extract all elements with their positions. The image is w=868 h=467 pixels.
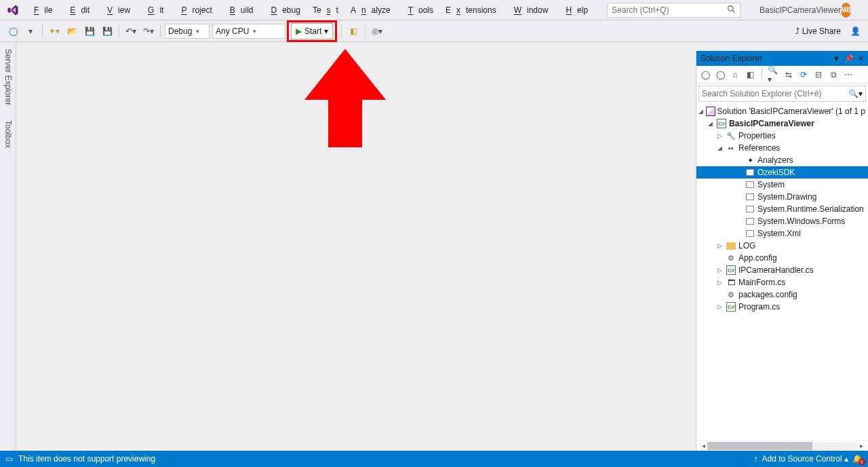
quick-search-input[interactable]	[612, 5, 727, 15]
main-menu: File Edit View Git Project Build Debug T…	[23, 3, 593, 18]
tree-system-runtime[interactable]: System.Runtime.Serialization	[696, 203, 868, 215]
se-sync-button[interactable]: ⇆	[783, 69, 795, 81]
tree-system-xml[interactable]: System.Xml	[696, 227, 868, 240]
se-showall-button[interactable]: ⧉	[827, 69, 840, 81]
add-source-control-button[interactable]: Add to Source Control ▴	[762, 454, 848, 464]
solution-search-input[interactable]	[702, 89, 831, 98]
dll-icon	[745, 228, 755, 239]
configuration-combo[interactable]: Debug▾	[165, 24, 210, 39]
open-button[interactable]: 📂	[64, 23, 80, 39]
toolbar-btn-ext2[interactable]: ◎▾	[369, 23, 385, 39]
solution-explorer-toolbar: ◯ ◯ ⌂ ◧ 🔍▾ ⇆ ⟳ ⊟ ⧉ ⋯	[696, 66, 868, 83]
search-icon[interactable]: 🔍▾	[848, 89, 863, 98]
menu-test[interactable]: Test	[307, 3, 344, 18]
project-title: BasicIPCameraViewer	[760, 5, 841, 15]
analyzer-icon: ✦	[745, 155, 755, 166]
svg-line-1	[732, 10, 734, 12]
editor-area	[16, 42, 696, 451]
menu-analyze[interactable]: Analyze	[345, 3, 396, 18]
menu-extensions[interactable]: Extensions	[440, 3, 502, 18]
pin-icon[interactable]: 📌	[844, 54, 854, 63]
search-icon[interactable]	[727, 5, 736, 16]
menu-project[interactable]: Project	[170, 3, 217, 18]
tree-ipcamerahandler[interactable]: ▷C# IPCameraHandler.cs	[696, 264, 868, 276]
menu-git[interactable]: Git	[137, 3, 169, 18]
folder-icon	[726, 240, 736, 251]
menu-debug[interactable]: Debug	[260, 3, 306, 18]
platform-combo[interactable]: Any CPU▾	[212, 24, 285, 39]
panel-dropdown-icon[interactable]: ▼	[833, 54, 840, 63]
left-side-tabs: Server Explorer Toolbox	[0, 42, 16, 451]
dll-icon	[745, 216, 755, 227]
menu-build[interactable]: Build	[219, 3, 259, 18]
solution-explorer-panel: Solution Explorer ▼ 📌 ✕ ◯ ◯ ⌂ ◧ 🔍▾ ⇆ ⟳ ⊟…	[696, 51, 868, 451]
config-icon: ⚙	[726, 253, 736, 263]
start-debug-button[interactable]: ▶ Start ▾	[291, 23, 333, 39]
tree-project[interactable]: ◢C# BasicIPCameraViewer	[696, 117, 868, 130]
menu-view[interactable]: View	[96, 3, 136, 18]
dll-icon	[745, 204, 755, 214]
menu-edit[interactable]: Edit	[59, 3, 95, 18]
toolbar-btn-ext1[interactable]: ◧	[345, 23, 361, 39]
notifications-button[interactable]: 🔔6	[852, 454, 863, 464]
se-fwd-button[interactable]: ◯	[714, 69, 726, 81]
tree-references[interactable]: ◢▪▪ References	[696, 142, 868, 154]
status-icon: ▭	[5, 454, 13, 464]
se-more-button[interactable]: ⋯	[842, 69, 854, 81]
tree-program[interactable]: ▷C# Program.cs	[696, 301, 868, 313]
dll-icon	[745, 191, 755, 202]
feedback-button[interactable]: 👤	[847, 23, 863, 39]
notification-count: 6	[859, 459, 865, 465]
window-controls	[862, 1, 868, 20]
config-icon: ⚙	[726, 289, 736, 300]
se-refresh-button[interactable]: ⟳	[797, 69, 810, 81]
quick-search[interactable]	[607, 3, 741, 18]
redo-button[interactable]: ↷▾	[140, 23, 157, 39]
tree-solution-root[interactable]: ◢ Solution 'BasicIPCameraViewer' (1 of 1…	[696, 105, 868, 117]
menu-help[interactable]: Help	[555, 3, 593, 18]
csfile-icon: C#	[726, 265, 736, 276]
se-back-button[interactable]: ◯	[699, 69, 711, 81]
wrench-icon: 🔧	[726, 130, 736, 141]
se-collapse-button[interactable]: ⊟	[812, 69, 825, 81]
tree-appconfig[interactable]: ⚙ App.config	[696, 252, 868, 264]
tree-properties[interactable]: ▷🔧 Properties	[696, 130, 868, 142]
svg-marker-6	[304, 49, 386, 147]
tree-system-forms[interactable]: System.Windows.Forms	[696, 215, 868, 227]
horizontal-scrollbar[interactable]: ◂ ▸	[696, 440, 868, 451]
menu-file[interactable]: File	[23, 3, 58, 18]
menu-tools[interactable]: Tools	[397, 3, 439, 18]
nav-back-button[interactable]: ◯	[5, 23, 21, 39]
toolbox-tab[interactable]: Toolbox	[2, 117, 14, 151]
solution-tree[interactable]: ◢ Solution 'BasicIPCameraViewer' (1 of 1…	[696, 104, 868, 440]
tree-analyzers[interactable]: ✦ Analyzers	[696, 154, 868, 166]
tree-system-drawing[interactable]: System.Drawing	[696, 191, 868, 203]
tree-log-folder[interactable]: ▷ LOG	[696, 240, 868, 252]
se-switch-view-button[interactable]: ◧	[744, 69, 756, 81]
solution-explorer-header[interactable]: Solution Explorer ▼ 📌 ✕	[696, 51, 868, 66]
new-item-button[interactable]: ✦▾	[46, 23, 62, 39]
tree-packagesconfig[interactable]: ⚙ packages.config	[696, 288, 868, 301]
server-explorer-tab[interactable]: Server Explorer	[2, 46, 14, 108]
se-filter-button[interactable]: 🔍▾	[768, 69, 780, 81]
minimize-button[interactable]	[862, 1, 868, 20]
tree-mainform[interactable]: ▷🗔 MainForm.cs	[696, 276, 868, 288]
save-button[interactable]: 💾	[81, 23, 98, 39]
user-avatar[interactable]: MB	[841, 3, 852, 18]
svg-point-0	[728, 5, 733, 10]
scroll-thumb[interactable]	[707, 442, 812, 450]
live-share-button[interactable]: ⤴ Live Share	[795, 26, 841, 36]
tree-ozekisdk[interactable]: OzekiSDK	[696, 166, 868, 179]
nav-fwd-button[interactable]: ▾	[22, 23, 39, 39]
save-all-button[interactable]: 💾	[99, 23, 115, 39]
se-home-button[interactable]: ⌂	[729, 69, 741, 81]
tree-system[interactable]: System	[696, 179, 868, 191]
scroll-left-icon[interactable]: ◂	[699, 442, 707, 449]
menu-window[interactable]: Window	[503, 3, 554, 18]
undo-button[interactable]: ↶▾	[123, 23, 139, 39]
panel-close-icon[interactable]: ✕	[858, 54, 864, 63]
dll-icon	[745, 179, 755, 190]
scroll-right-icon[interactable]: ▸	[857, 442, 865, 449]
play-icon: ▶	[296, 26, 302, 36]
solution-search[interactable]: 🔍▾	[698, 86, 866, 102]
